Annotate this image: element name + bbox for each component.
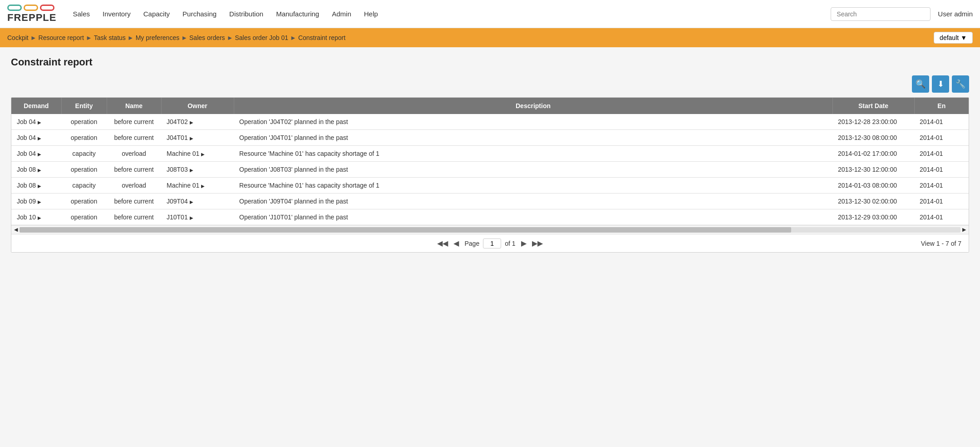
nav-links: Sales Inventory Capacity Purchasing Dist… — [67, 6, 823, 21]
owner-arrow-icon[interactable]: ▶ — [201, 152, 205, 157]
breadcrumb-arrow-6: ► — [290, 34, 296, 41]
nav-manufacturing[interactable]: Manufacturing — [271, 6, 325, 21]
cell-start-date: 2013-12-30 12:00:00 — [832, 162, 914, 178]
demand-arrow-icon[interactable]: ▶ — [38, 215, 41, 220]
logo[interactable]: FREPPLE — [7, 5, 56, 24]
cell-start-date: 2013-12-28 23:00:00 — [832, 114, 914, 130]
page-number-input[interactable] — [483, 238, 501, 248]
cell-owner: Machine 01 ▶ — [161, 146, 234, 162]
table-wrapper: Demand Entity Name Owner Description Sta… — [11, 97, 969, 253]
demand-arrow-icon[interactable]: ▶ — [38, 184, 41, 189]
breadcrumb-sales-order-job01[interactable]: Sales order Job 01 — [235, 34, 288, 41]
demand-arrow-icon[interactable]: ▶ — [38, 136, 41, 141]
table-body: Job 04 ▶ operation before current J04T02… — [11, 114, 969, 225]
demand-arrow-icon[interactable]: ▶ — [38, 168, 41, 173]
col-header-start-date[interactable]: Start Date — [832, 98, 914, 114]
owner-arrow-icon[interactable]: ▶ — [190, 120, 193, 125]
cell-end-date: 2014-01 — [914, 209, 969, 225]
nav-admin[interactable]: Admin — [326, 6, 357, 21]
cell-entity: capacity — [61, 178, 107, 194]
col-header-end-date[interactable]: En — [914, 98, 969, 114]
breadcrumb-arrow-1: ► — [30, 34, 37, 41]
breadcrumb-resource-report[interactable]: Resource report — [39, 34, 84, 41]
owner-arrow-icon[interactable]: ▶ — [201, 184, 205, 189]
cell-entity: operation — [61, 130, 107, 146]
default-button[interactable]: default ▼ — [934, 32, 973, 44]
nav-distribution[interactable]: Distribution — [224, 6, 269, 21]
col-header-name[interactable]: Name — [107, 98, 161, 114]
user-admin-label[interactable]: User admin — [938, 10, 973, 18]
cell-description: Operation 'J10T01' planned in the past — [234, 209, 832, 225]
cell-end-date: 2014-01 — [914, 194, 969, 209]
cell-start-date: 2013-12-30 02:00:00 — [832, 194, 914, 209]
last-page-button[interactable]: ▶▶ — [530, 238, 545, 248]
table-row: Job 04 ▶ operation before current J04T01… — [11, 130, 969, 146]
search-button[interactable]: 🔍 — [912, 75, 929, 93]
table-row: Job 10 ▶ operation before current J10T01… — [11, 209, 969, 225]
nav-purchasing[interactable]: Purchasing — [177, 6, 222, 21]
owner-arrow-icon[interactable]: ▶ — [190, 136, 193, 141]
breadcrumb-constraint-report: Constraint report — [298, 34, 345, 41]
pagination-bar: ◀◀ ◀ Page of 1 ▶ ▶▶ View 1 - 7 of 7 — [11, 234, 969, 252]
cell-end-date: 2014-01 — [914, 178, 969, 194]
horizontal-scrollbar-container: ◀ ▶ — [11, 225, 969, 234]
cell-entity: operation — [61, 209, 107, 225]
cell-description: Operation 'J09T04' planned in the past — [234, 194, 832, 209]
logo-icon-green — [7, 5, 22, 11]
next-page-button[interactable]: ▶ — [519, 238, 528, 248]
of-label: of 1 — [505, 240, 515, 247]
top-navigation: FREPPLE Sales Inventory Capacity Purchas… — [0, 0, 980, 28]
col-header-demand[interactable]: Demand — [11, 98, 61, 114]
demand-arrow-icon[interactable]: ▶ — [38, 199, 41, 204]
settings-button[interactable]: 🔧 — [952, 75, 969, 93]
cell-name: overload — [107, 178, 161, 194]
scroll-right-arrow[interactable]: ▶ — [960, 227, 968, 233]
cell-entity: operation — [61, 162, 107, 178]
nav-capacity[interactable]: Capacity — [138, 6, 175, 21]
prev-page-button[interactable]: ◀ — [452, 238, 461, 248]
cell-demand: Job 09 ▶ — [11, 194, 61, 209]
page-label: Page — [464, 240, 479, 247]
nav-sales[interactable]: Sales — [67, 6, 95, 21]
cell-demand: Job 08 ▶ — [11, 178, 61, 194]
download-button[interactable]: ⬇ — [932, 75, 949, 93]
nav-help[interactable]: Help — [359, 6, 384, 21]
cell-entity: operation — [61, 194, 107, 209]
breadcrumb: Cockpit ► Resource report ► Task status … — [7, 34, 345, 41]
col-header-owner[interactable]: Owner — [161, 98, 234, 114]
cell-name: before current — [107, 194, 161, 209]
download-icon: ⬇ — [937, 79, 944, 89]
breadcrumb-arrow-3: ► — [128, 34, 134, 41]
cell-end-date: 2014-01 — [914, 130, 969, 146]
horizontal-scrollbar[interactable] — [20, 227, 960, 233]
breadcrumb-sales-orders[interactable]: Sales orders — [189, 34, 225, 41]
owner-arrow-icon[interactable]: ▶ — [190, 215, 193, 220]
constraint-table: Demand Entity Name Owner Description Sta… — [11, 98, 969, 225]
cell-owner: J04T01 ▶ — [161, 130, 234, 146]
cell-description: Operation 'J04T01' planned in the past — [234, 130, 832, 146]
owner-arrow-icon[interactable]: ▶ — [190, 168, 193, 173]
breadcrumb-my-preferences[interactable]: My preferences — [136, 34, 179, 41]
cell-end-date: 2014-01 — [914, 162, 969, 178]
demand-arrow-icon[interactable]: ▶ — [38, 152, 41, 157]
first-page-button[interactable]: ◀◀ — [435, 238, 450, 248]
col-header-entity[interactable]: Entity — [61, 98, 107, 114]
nav-inventory[interactable]: Inventory — [97, 6, 136, 21]
cell-end-date: 2014-01 — [914, 114, 969, 130]
breadcrumb-cockpit[interactable]: Cockpit — [7, 34, 29, 41]
cell-owner: J09T04 ▶ — [161, 194, 234, 209]
breadcrumb-task-status[interactable]: Task status — [94, 34, 126, 41]
search-input[interactable] — [831, 7, 931, 21]
scroll-left-arrow[interactable]: ◀ — [12, 227, 20, 233]
cell-start-date: 2014-01-03 08:00:00 — [832, 178, 914, 194]
cell-owner: J08T03 ▶ — [161, 162, 234, 178]
cell-demand: Job 08 ▶ — [11, 162, 61, 178]
demand-arrow-icon[interactable]: ▶ — [38, 120, 41, 125]
col-header-description[interactable]: Description — [234, 98, 832, 114]
logo-text: FREPPLE — [7, 12, 56, 24]
logo-icons — [7, 5, 56, 11]
table-row: Job 09 ▶ operation before current J09T04… — [11, 194, 969, 209]
toolbar: 🔍 ⬇ 🔧 — [11, 75, 969, 93]
main-content: Constraint report 🔍 ⬇ 🔧 Demand Entity Na… — [0, 47, 980, 444]
owner-arrow-icon[interactable]: ▶ — [190, 199, 193, 204]
